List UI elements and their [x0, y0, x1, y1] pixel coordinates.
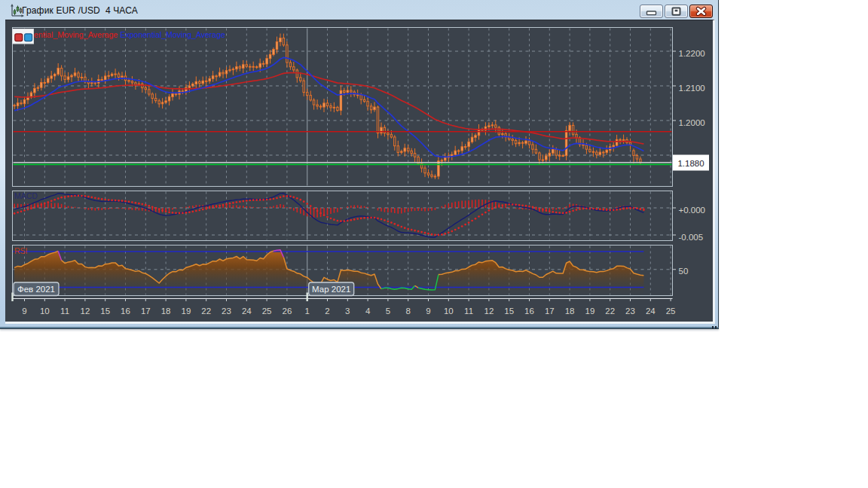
svg-text:19: 19 — [585, 307, 595, 316]
svg-text:3: 3 — [345, 307, 350, 316]
svg-text:25: 25 — [262, 307, 272, 316]
svg-text:1.2200: 1.2200 — [679, 49, 705, 58]
svg-text:8: 8 — [405, 307, 410, 316]
svg-text:10: 10 — [444, 307, 454, 316]
svg-text:Мар 2021: Мар 2021 — [312, 285, 350, 294]
svg-text:12: 12 — [81, 307, 90, 316]
svg-text:Exponential_Moving_Average: Exponential_Moving_Average — [121, 30, 225, 39]
svg-text:15: 15 — [100, 307, 110, 316]
svg-text:ential_Moving_Average: ential_Moving_Average — [34, 30, 118, 39]
svg-text:18: 18 — [161, 307, 171, 316]
svg-text:1.1880: 1.1880 — [677, 159, 704, 168]
svg-text:1.2100: 1.2100 — [679, 84, 705, 93]
svg-text:16: 16 — [121, 307, 130, 316]
svg-text:MACD: MACD — [14, 191, 38, 200]
svg-text:19: 19 — [182, 307, 191, 316]
svg-text:11: 11 — [60, 307, 69, 316]
svg-text:25: 25 — [666, 307, 676, 316]
svg-text:50: 50 — [679, 267, 689, 276]
svg-text:+0.000: +0.000 — [679, 206, 706, 215]
svg-text:-0.005: -0.005 — [679, 233, 704, 242]
svg-text:Фев 2021: Фев 2021 — [17, 285, 55, 294]
svg-text:26: 26 — [283, 307, 292, 316]
svg-text:9: 9 — [22, 307, 26, 316]
svg-text:9: 9 — [426, 307, 430, 316]
svg-text:16: 16 — [524, 307, 534, 316]
svg-text:1.2000: 1.2000 — [679, 118, 705, 127]
svg-text:2: 2 — [325, 307, 329, 316]
svg-text:22: 22 — [605, 307, 615, 316]
svg-text:RSI: RSI — [14, 246, 28, 255]
svg-text:18: 18 — [565, 307, 575, 316]
svg-text:24: 24 — [242, 307, 252, 316]
svg-text:4: 4 — [365, 307, 371, 316]
svg-text:22: 22 — [201, 307, 211, 316]
svg-text:23: 23 — [222, 307, 231, 316]
svg-text:17: 17 — [141, 307, 151, 316]
svg-text:1: 1 — [304, 307, 309, 316]
svg-text:12: 12 — [484, 307, 494, 316]
svg-text:23: 23 — [625, 307, 635, 316]
svg-text:5: 5 — [386, 307, 390, 316]
svg-text:10: 10 — [40, 307, 50, 316]
svg-text:11: 11 — [464, 307, 473, 316]
svg-text:24: 24 — [646, 307, 656, 316]
svg-text:15: 15 — [504, 307, 514, 316]
svg-text:17: 17 — [545, 307, 555, 316]
